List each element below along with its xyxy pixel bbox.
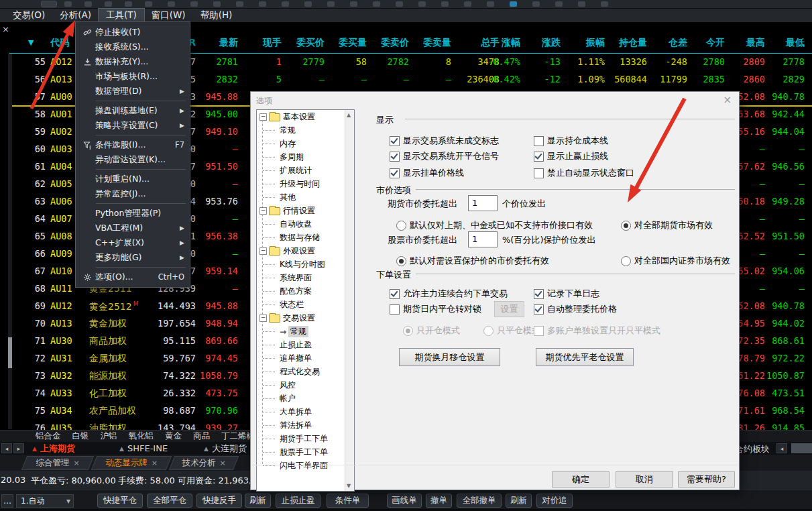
- tree-item-node[interactable]: 其他: [280, 191, 296, 204]
- tree-item-node[interactable]: 闪电下单界面: [280, 459, 328, 472]
- tab-scroll-right-icon[interactable]: ▸: [13, 443, 24, 453]
- tools-menu-item[interactable]: C++扩展(X)▶: [76, 235, 190, 250]
- toolbar-icon[interactable]: [327, 1, 335, 7]
- toolbar-icon[interactable]: [236, 1, 243, 7]
- rollover-settings-button[interactable]: 期货换月移仓设置: [399, 348, 500, 366]
- column-header[interactable]: 振幅: [586, 37, 605, 49]
- tools-menu-item[interactable]: 操盘训练基地(E)▶: [76, 103, 190, 118]
- column-header[interactable]: 仓差: [669, 37, 687, 49]
- log-orders-checkbox[interactable]: 记录下单日志: [534, 288, 599, 300]
- toolbar-button[interactable]: 止损止盈: [276, 494, 321, 508]
- tree-item-node[interactable]: 算法拆单: [280, 419, 312, 432]
- tools-menu-item[interactable]: VBA工程(M)▶: [76, 221, 190, 235]
- tools-menu-item[interactable]: Python管理器(P): [76, 206, 190, 221]
- toolbar-icon[interactable]: [555, 1, 563, 7]
- panel-tab[interactable]: 技术分析×: [172, 456, 236, 470]
- toolbar-icon[interactable]: [145, 1, 152, 7]
- settings-button[interactable]: 设置: [494, 301, 524, 317]
- toolbar-icon[interactable]: [282, 1, 289, 7]
- tree-item-node[interactable]: −行情设置: [259, 205, 315, 217]
- scrollbar-thumb[interactable]: [791, 443, 812, 453]
- market-tab[interactable]: ▲大连期货: [204, 442, 247, 455]
- toolbar-button[interactable]: 对价追: [536, 494, 573, 508]
- tab-close-icon[interactable]: ×: [219, 459, 225, 467]
- display-checkbox[interactable]: 显示止赢止损线: [534, 150, 608, 162]
- tree-item-node[interactable]: −交易设置: [259, 312, 315, 325]
- column-header-code[interactable]: 代码: [50, 37, 69, 49]
- group-tab[interactable]: 商品: [193, 431, 210, 442]
- collapse-icon[interactable]: −: [259, 247, 267, 255]
- column-header[interactable]: 现手: [263, 37, 282, 49]
- tab-scroll-left-icon[interactable]: ◂: [1, 443, 12, 453]
- tools-menu-item[interactable]: 条件选股(I)...F7: [76, 137, 190, 152]
- more-button[interactable]: …: [1, 494, 13, 508]
- selected-radio-icon[interactable]: [403, 326, 413, 336]
- toolbar-icon[interactable]: [125, 1, 132, 7]
- column-header[interactable]: 今开: [706, 37, 725, 49]
- display-checkbox[interactable]: 显示挂单价格线: [390, 167, 464, 179]
- futures-ticks-input[interactable]: 1: [468, 195, 498, 211]
- toolbar-icon[interactable]: [464, 1, 471, 7]
- close-icon[interactable]: ×: [2, 24, 9, 34]
- toolbar-button[interactable]: 全部撤单: [457, 494, 502, 508]
- tree-item-node[interactable]: −基本设置: [259, 111, 315, 123]
- unselected-radio-icon[interactable]: [483, 326, 494, 336]
- toolbar-button[interactable]: 条件单: [327, 494, 369, 508]
- menu-item[interactable]: 交易(O): [5, 9, 52, 22]
- stock-all-markets-radio[interactable]: 对全部国内证券市场有效: [621, 255, 730, 267]
- help-button[interactable]: 需要帮助?: [678, 471, 735, 488]
- group-tab[interactable]: 铝合金: [36, 431, 61, 442]
- unchecked-checkbox-icon[interactable]: [534, 168, 544, 178]
- close-old-first-button[interactable]: 期货优先平老仓设置: [536, 348, 634, 366]
- toolbar-icon[interactable]: [259, 1, 266, 7]
- tree-item-node[interactable]: 风控: [280, 379, 296, 392]
- display-checkbox[interactable]: 显示交易系统未成交标志: [390, 135, 499, 147]
- toolbar-icon[interactable]: [304, 1, 312, 7]
- left-scrollbar-thumb[interactable]: [8, 337, 12, 368]
- stock-percent-input[interactable]: 1: [468, 231, 498, 247]
- unchecked-checkbox-icon[interactable]: [534, 326, 544, 336]
- market-tab[interactable]: ▲SHFE-INE: [119, 442, 168, 455]
- tools-menu-item[interactable]: 接收系统(S)...: [76, 40, 190, 54]
- tree-item-node[interactable]: 程式化交易: [280, 365, 320, 378]
- tools-menu-item[interactable]: 数据管理(D)▶: [76, 84, 190, 99]
- toolbar-button[interactable]: 刷新: [506, 494, 532, 508]
- toolbar-icon[interactable]: [510, 1, 517, 7]
- menu-item[interactable]: 窗口(W): [144, 9, 193, 22]
- toolbar-icon[interactable]: [578, 1, 585, 7]
- checked-checkbox-icon[interactable]: [534, 304, 544, 315]
- tree-item-node[interactable]: 常规: [280, 124, 296, 137]
- checked-checkbox-icon[interactable]: [390, 168, 400, 178]
- tree-item-selected[interactable]: →常规: [280, 325, 308, 338]
- toolbar-icon[interactable]: [601, 1, 608, 7]
- toolbar-icon[interactable]: [487, 1, 494, 7]
- toolbar-icon[interactable]: [64, 1, 72, 7]
- allow-main-contract-checkbox[interactable]: 允许主力连续合约下单交易: [390, 288, 508, 300]
- toolbar-button[interactable]: 全部平仓: [147, 494, 192, 508]
- tree-item-node[interactable]: 扩展统计: [280, 164, 312, 177]
- column-header[interactable]: 最高: [746, 37, 765, 49]
- display-checkbox[interactable]: 显示持仓成本线: [534, 135, 608, 147]
- toolbar-icon[interactable]: [532, 1, 540, 7]
- tools-menu-item[interactable]: 选项(O)...Ctrl+O: [76, 270, 190, 284]
- display-checkbox[interactable]: 禁止自动显示状态窗口: [534, 167, 634, 179]
- order-mode-select[interactable]: 1.自动▾: [16, 494, 74, 508]
- scroll-up-icon[interactable]: ▲: [347, 112, 351, 118]
- column-header[interactable]: 委买量: [339, 37, 367, 49]
- group-tab[interactable]: 沪铝: [101, 431, 117, 442]
- tree-item-node[interactable]: 追单撤单: [280, 352, 312, 365]
- tree-item-node[interactable]: 内存: [280, 137, 296, 150]
- column-header[interactable]: 最低: [786, 37, 805, 49]
- toolbar-button[interactable]: 画线单: [387, 494, 422, 508]
- column-header[interactable]: 最新: [219, 37, 238, 49]
- tab-close-icon[interactable]: ×: [152, 459, 158, 467]
- tree-item-node[interactable]: 股票手工下单: [280, 446, 328, 459]
- tree-item-node[interactable]: 状态栏: [280, 298, 304, 311]
- tree-item-node[interactable]: 升级与时间: [280, 178, 320, 190]
- toolbar-icon[interactable]: [418, 1, 426, 7]
- board-scroll-left-icon[interactable]: ◂: [776, 443, 787, 453]
- unchecked-checkbox-icon[interactable]: [534, 136, 544, 146]
- toolbar-icon[interactable]: [105, 1, 112, 7]
- open-only-radio[interactable]: 只开仓模式: [403, 325, 460, 337]
- menu-tools[interactable]: 工具(T): [99, 9, 144, 22]
